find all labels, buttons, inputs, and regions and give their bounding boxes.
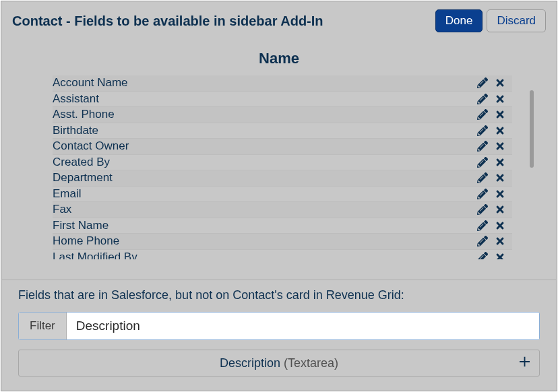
dialog-title: Contact - Fields to be available in side… (12, 13, 323, 29)
remove-icon[interactable] (495, 204, 505, 215)
field-name-label: Asst. Phone (53, 108, 115, 121)
field-actions (477, 204, 512, 215)
remove-icon[interactable] (495, 236, 505, 247)
field-name-label: Created By (53, 156, 110, 169)
field-row: Fax (53, 202, 512, 218)
field-actions (477, 109, 512, 120)
remove-icon[interactable] (495, 94, 505, 104)
remove-icon[interactable] (495, 220, 505, 231)
done-button[interactable]: Done (435, 9, 483, 32)
field-actions (477, 77, 512, 88)
edit-icon[interactable] (477, 109, 488, 120)
remove-icon[interactable] (495, 157, 505, 168)
dialog-buttons: Done Discard (435, 9, 546, 32)
bottom-panel: Fields that are in Salesforce, but not o… (2, 280, 556, 390)
field-actions (477, 125, 512, 136)
result-field-type: (Textarea) (284, 356, 338, 370)
edit-icon[interactable] (477, 125, 488, 136)
field-row: Last Modified By (53, 250, 512, 260)
field-name-label: Assistant (53, 92, 99, 106)
bottom-panel-label: Fields that are in Salesforce, but not o… (18, 288, 540, 302)
field-row: Department (53, 170, 512, 187)
remove-icon[interactable] (495, 77, 505, 88)
field-name-label: Department (53, 171, 113, 185)
edit-icon[interactable] (477, 236, 488, 247)
field-row: Asst. Phone (53, 107, 512, 123)
field-name-label: Home Phone (53, 234, 119, 248)
field-name-label: Email (53, 187, 82, 201)
remove-icon[interactable] (495, 172, 505, 183)
scrollbar-thumb[interactable] (530, 90, 534, 168)
field-name-label: Contact Owner (53, 139, 129, 153)
field-row: Created By (53, 155, 512, 171)
edit-icon[interactable] (477, 189, 488, 199)
field-row: Email (53, 187, 512, 203)
edit-icon[interactable] (477, 77, 488, 88)
field-actions (477, 172, 512, 183)
field-name-label: First Name (53, 219, 108, 232)
field-name-label: Last Modified By (53, 251, 137, 259)
fields-scroll-container[interactable]: Account NameAssistantAsst. PhoneBirthdat… (12, 75, 546, 259)
field-row: Contact Owner (53, 139, 512, 155)
dialog: Contact - Fields to be available in side… (1, 1, 557, 391)
field-row: Home Phone (53, 234, 512, 250)
edit-icon[interactable] (477, 157, 488, 168)
edit-icon[interactable] (477, 220, 488, 231)
remove-icon[interactable] (495, 125, 505, 136)
fields-list: Account NameAssistantAsst. PhoneBirthdat… (12, 75, 546, 259)
field-row: First Name (53, 218, 512, 234)
field-row: Birthdate (53, 123, 512, 139)
remove-icon[interactable] (495, 109, 505, 120)
field-actions (477, 141, 512, 152)
field-name-label: Fax (53, 203, 71, 216)
remove-icon[interactable] (495, 252, 505, 259)
edit-icon[interactable] (477, 172, 488, 183)
field-actions (477, 94, 512, 104)
add-icon[interactable] (520, 357, 530, 370)
result-field-name: Description (220, 356, 280, 370)
field-row: Account Name (53, 75, 512, 92)
dialog-content: Name Account NameAssistantAsst. PhoneBir… (1, 50, 557, 266)
result-text: Description (Textarea) (220, 356, 338, 370)
field-name-label: Account Name (53, 76, 128, 90)
field-actions (477, 252, 512, 259)
column-header-name: Name (12, 50, 546, 67)
edit-icon[interactable] (477, 94, 488, 104)
remove-icon[interactable] (495, 189, 505, 199)
remove-icon[interactable] (495, 141, 505, 152)
field-actions (477, 189, 512, 199)
field-actions (477, 157, 512, 168)
edit-icon[interactable] (477, 141, 488, 152)
field-actions (477, 220, 512, 231)
edit-icon[interactable] (477, 204, 488, 215)
discard-button[interactable]: Discard (487, 9, 546, 32)
filter-label: Filter (19, 313, 67, 339)
result-row[interactable]: Description (Textarea) (18, 350, 540, 377)
filter-row: Filter (18, 312, 540, 340)
filter-input[interactable] (67, 313, 539, 339)
field-row: Assistant (53, 92, 512, 108)
edit-icon[interactable] (477, 252, 488, 259)
field-actions (477, 236, 512, 247)
field-name-label: Birthdate (53, 124, 98, 137)
dialog-header: Contact - Fields to be available in side… (1, 1, 557, 40)
